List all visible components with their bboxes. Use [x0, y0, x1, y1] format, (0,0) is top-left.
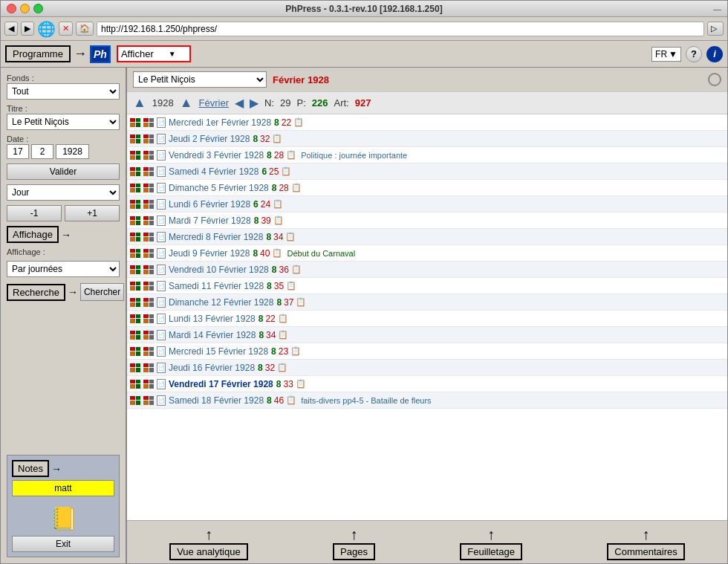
fonds-select[interactable]: Tout: [7, 83, 120, 100]
page-icon[interactable]: 📄: [157, 199, 166, 210]
page-icon[interactable]: 📄: [157, 346, 166, 357]
page-icon[interactable]: 📄: [157, 281, 166, 291]
circle-button[interactable]: [708, 73, 721, 86]
entry-n: 8: [259, 330, 264, 340]
page-icon[interactable]: 📄: [157, 330, 166, 340]
language-dropdown[interactable]: FR ▼: [651, 47, 681, 62]
entry-date[interactable]: Jeudi 2 Février 1928: [169, 134, 250, 144]
note-user[interactable]: matt: [12, 480, 114, 496]
close-button[interactable]: [7, 4, 16, 13]
maximize-button[interactable]: [33, 4, 43, 13]
grid-icon: [130, 396, 140, 405]
entry-date[interactable]: Vendredi 17 Février 1928: [169, 379, 273, 389]
collapse-icon[interactable]: —: [713, 4, 721, 13]
page-icon[interactable]: 📄: [157, 134, 166, 144]
entry-paper-icon[interactable]: 📋: [286, 395, 296, 405]
vue-analytique-label: Vue analytique: [169, 543, 248, 560]
entry-date[interactable]: Samedi 11 Février 1928: [169, 281, 264, 291]
minus-button[interactable]: -1: [7, 205, 62, 221]
forward-button[interactable]: ▶: [21, 22, 34, 36]
entry-paper-icon[interactable]: 📋: [286, 150, 296, 160]
entry-date[interactable]: Lundi 13 Février 1928: [169, 314, 256, 324]
page-icon[interactable]: 📄: [157, 265, 166, 275]
entry-date[interactable]: Dimanche 12 Février 1928: [169, 297, 273, 308]
url-input[interactable]: [97, 22, 704, 36]
page-icon[interactable]: 📄: [157, 395, 166, 406]
page-icon[interactable]: 📄: [157, 297, 166, 308]
exit-button[interactable]: Exit: [12, 536, 114, 552]
minimize-button[interactable]: [20, 4, 30, 13]
page-icon[interactable]: 📄: [157, 183, 166, 193]
titre-select[interactable]: Le Petit Niçois: [7, 114, 120, 130]
page-icon[interactable]: 📄: [157, 215, 166, 226]
page-icon[interactable]: 📄: [157, 314, 166, 324]
entry-paper-icon[interactable]: 📋: [285, 232, 296, 242]
home-button[interactable]: 🏠: [76, 22, 94, 36]
nav-left-icon[interactable]: ◀: [235, 96, 244, 110]
grid-icon2: [143, 314, 154, 323]
entry-paper-icon[interactable]: 📋: [272, 134, 282, 143]
jour-select[interactable]: Jour: [7, 184, 120, 201]
page-icon[interactable]: 📄: [157, 166, 166, 177]
stop-button[interactable]: ✕: [59, 22, 73, 36]
entry-date[interactable]: Jeudi 16 Février 1928: [169, 363, 255, 373]
grid-icon: [130, 380, 140, 389]
nav-up-month-icon[interactable]: ▲: [180, 95, 193, 111]
day-input[interactable]: [7, 144, 29, 159]
chercher-button[interactable]: Chercher: [80, 283, 124, 301]
entry-date[interactable]: Jeudi 9 Février 1928: [169, 248, 250, 259]
entry-date[interactable]: Mercredi 8 Février 1928: [169, 232, 263, 242]
entry-paper-icon[interactable]: 📋: [291, 183, 302, 192]
entry-paper-icon[interactable]: 📋: [290, 346, 301, 356]
entry-date[interactable]: Lundi 6 Février 1928: [169, 199, 250, 210]
go-button[interactable]: ▷: [707, 22, 724, 36]
entry-date[interactable]: Samedi 18 Février 1928: [169, 395, 264, 406]
page-icon[interactable]: 📄: [157, 248, 166, 259]
entry-paper-icon[interactable]: 📋: [281, 166, 291, 176]
page-icon[interactable]: 📄: [157, 117, 166, 128]
page-icon[interactable]: 📄: [157, 379, 166, 389]
back-button[interactable]: ◀: [4, 22, 18, 36]
newspaper-select[interactable]: Le Petit Niçois: [133, 71, 267, 88]
entry-paper-icon[interactable]: 📋: [296, 297, 306, 307]
entry-paper-icon[interactable]: 📋: [273, 215, 284, 225]
entry-paper-icon[interactable]: 📋: [293, 117, 304, 127]
page-icon[interactable]: 📄: [157, 363, 166, 373]
entry-paper-icon[interactable]: 📋: [272, 248, 282, 258]
browser-logo[interactable]: 🌐: [37, 20, 56, 38]
entry-p: 25: [269, 166, 279, 177]
entry-date[interactable]: Mardi 14 Février 1928: [169, 330, 256, 340]
year-input[interactable]: [56, 144, 89, 159]
nav-right-icon[interactable]: ▶: [250, 96, 259, 110]
entry-paper-icon[interactable]: 📋: [278, 330, 288, 340]
page-icon[interactable]: 📄: [157, 150, 166, 161]
entry-date[interactable]: Mardi 7 Février 1928: [169, 215, 251, 226]
entry-paper-icon[interactable]: 📋: [296, 379, 306, 389]
entry-paper-icon[interactable]: 📋: [277, 363, 287, 372]
info-button[interactable]: i: [706, 46, 723, 62]
nav-month[interactable]: Février: [199, 97, 229, 108]
entry-p: 33: [283, 379, 293, 389]
month-input[interactable]: [31, 144, 53, 159]
entry-date[interactable]: Mercredi 15 Février 1928: [169, 346, 268, 357]
entry-n: 8: [276, 379, 282, 389]
page-icon[interactable]: 📄: [157, 232, 166, 242]
entry-paper-icon[interactable]: 📋: [273, 199, 283, 209]
entry-date[interactable]: Vendredi 10 Février 1928: [169, 265, 269, 275]
entry-paper-icon[interactable]: 📋: [278, 314, 288, 323]
entry-paper-icon[interactable]: 📋: [286, 281, 296, 291]
plus-button[interactable]: +1: [65, 205, 120, 221]
entry-paper-icon[interactable]: 📋: [291, 265, 302, 274]
entry-date[interactable]: Mercredi 1er Février 1928: [169, 117, 271, 128]
entry-date[interactable]: Samedi 4 Février 1928: [169, 166, 259, 177]
affichage-select[interactable]: Par journées: [7, 261, 120, 277]
note-icon[interactable]: 📒: [12, 501, 114, 536]
entry-date[interactable]: Vendredi 3 Février 1928: [169, 150, 264, 161]
entry-n: 8: [272, 183, 277, 193]
entry-date[interactable]: Dimanche 5 Février 1928: [169, 183, 269, 193]
afficher-dropdown[interactable]: Afficher ▼: [117, 45, 191, 62]
valider-button[interactable]: Valider: [7, 163, 120, 180]
help-button[interactable]: ?: [686, 46, 702, 62]
arrow-up-icon: ↑: [351, 527, 358, 542]
nav-up-arrow-icon[interactable]: ▲: [133, 95, 146, 111]
